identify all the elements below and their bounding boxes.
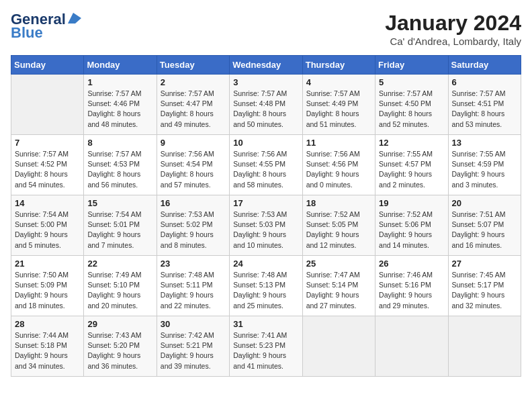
weekday-friday: Friday [375, 56, 448, 75]
calendar-cell: 8Sunrise: 7:57 AMSunset: 4:53 PMDaylight… [84, 135, 157, 195]
calendar-cell: 26Sunrise: 7:46 AMSunset: 5:16 PMDayligh… [375, 256, 448, 316]
day-number: 11 [306, 138, 371, 148]
day-number: 30 [161, 319, 226, 329]
calendar-week-4: 21Sunrise: 7:50 AMSunset: 5:09 PMDayligh… [11, 256, 521, 316]
calendar-table: SundayMondayTuesdayWednesdayThursdayFrid… [11, 55, 521, 377]
calendar-week-2: 7Sunrise: 7:57 AMSunset: 4:52 PMDaylight… [11, 135, 521, 195]
day-number: 27 [452, 259, 517, 269]
day-number: 9 [161, 138, 226, 148]
day-number: 20 [452, 198, 517, 208]
day-info: Sunrise: 7:53 AMSunset: 5:02 PMDaylight:… [161, 210, 226, 250]
calendar-cell: 22Sunrise: 7:49 AMSunset: 5:10 PMDayligh… [84, 256, 157, 316]
day-info: Sunrise: 7:48 AMSunset: 5:13 PMDaylight:… [233, 270, 298, 311]
calendar-cell: 21Sunrise: 7:50 AMSunset: 5:09 PMDayligh… [11, 256, 84, 316]
day-info: Sunrise: 7:56 AMSunset: 4:55 PMDaylight:… [233, 149, 298, 190]
day-info: Sunrise: 7:57 AMSunset: 4:50 PMDaylight:… [379, 89, 444, 130]
day-number: 12 [379, 138, 444, 148]
calendar-cell: 7Sunrise: 7:57 AMSunset: 4:52 PMDaylight… [11, 135, 84, 195]
calendar-week-3: 14Sunrise: 7:54 AMSunset: 5:00 PMDayligh… [11, 195, 521, 256]
calendar-cell: 9Sunrise: 7:56 AMSunset: 4:54 PMDaylight… [157, 135, 229, 195]
day-number: 19 [379, 198, 444, 208]
day-info: Sunrise: 7:54 AMSunset: 5:01 PMDaylight:… [87, 210, 152, 250]
day-number: 16 [161, 198, 226, 208]
day-number: 17 [233, 198, 298, 208]
calendar-cell [11, 75, 84, 135]
day-info: Sunrise: 7:54 AMSunset: 5:00 PMDaylight:… [15, 210, 80, 250]
day-number: 5 [379, 77, 444, 87]
calendar-body: 1Sunrise: 7:57 AMSunset: 4:46 PMDaylight… [11, 75, 521, 377]
day-info: Sunrise: 7:42 AMSunset: 5:21 PMDaylight:… [161, 330, 226, 371]
day-info: Sunrise: 7:57 AMSunset: 4:53 PMDaylight:… [87, 149, 152, 190]
day-info: Sunrise: 7:48 AMSunset: 5:11 PMDaylight:… [161, 270, 226, 311]
calendar-cell: 13Sunrise: 7:55 AMSunset: 4:59 PMDayligh… [448, 135, 521, 195]
day-info: Sunrise: 7:41 AMSunset: 5:23 PMDaylight:… [233, 330, 298, 371]
weekday-tuesday: Tuesday [157, 56, 229, 75]
day-number: 28 [15, 319, 80, 329]
day-info: Sunrise: 7:57 AMSunset: 4:47 PMDaylight:… [161, 89, 226, 130]
weekday-monday: Monday [84, 56, 157, 75]
day-info: Sunrise: 7:47 AMSunset: 5:14 PMDaylight:… [306, 270, 371, 311]
calendar-cell: 24Sunrise: 7:48 AMSunset: 5:13 PMDayligh… [230, 256, 302, 316]
calendar-cell: 14Sunrise: 7:54 AMSunset: 5:00 PMDayligh… [11, 195, 84, 256]
weekday-thursday: Thursday [302, 56, 375, 75]
day-number: 1 [87, 77, 152, 87]
day-info: Sunrise: 7:46 AMSunset: 5:16 PMDaylight:… [379, 270, 444, 311]
day-info: Sunrise: 7:51 AMSunset: 5:07 PMDaylight:… [452, 210, 517, 250]
day-number: 18 [306, 198, 371, 208]
location: Ca' d'Andrea, Lombardy, Italy [385, 36, 521, 47]
day-info: Sunrise: 7:57 AMSunset: 4:46 PMDaylight:… [87, 89, 152, 130]
day-number: 6 [452, 77, 517, 87]
calendar-cell: 16Sunrise: 7:53 AMSunset: 5:02 PMDayligh… [157, 195, 229, 256]
day-info: Sunrise: 7:52 AMSunset: 5:06 PMDaylight:… [379, 210, 444, 250]
calendar-cell: 6Sunrise: 7:57 AMSunset: 4:51 PMDaylight… [448, 75, 521, 135]
day-number: 15 [87, 198, 152, 208]
day-number: 10 [233, 138, 298, 148]
day-info: Sunrise: 7:57 AMSunset: 4:51 PMDaylight:… [452, 89, 517, 130]
calendar-cell: 1Sunrise: 7:57 AMSunset: 4:46 PMDaylight… [84, 75, 157, 135]
logo: General Blue [11, 11, 81, 42]
day-info: Sunrise: 7:57 AMSunset: 4:52 PMDaylight:… [15, 149, 80, 190]
day-info: Sunrise: 7:52 AMSunset: 5:05 PMDaylight:… [306, 210, 371, 250]
day-info: Sunrise: 7:57 AMSunset: 4:48 PMDaylight:… [233, 89, 298, 130]
calendar-cell: 17Sunrise: 7:53 AMSunset: 5:03 PMDayligh… [230, 195, 302, 256]
calendar-cell: 5Sunrise: 7:57 AMSunset: 4:50 PMDaylight… [375, 75, 448, 135]
day-info: Sunrise: 7:44 AMSunset: 5:18 PMDaylight:… [15, 330, 80, 371]
calendar-cell [302, 316, 375, 377]
calendar-cell: 19Sunrise: 7:52 AMSunset: 5:06 PMDayligh… [375, 195, 448, 256]
calendar-cell: 23Sunrise: 7:48 AMSunset: 5:11 PMDayligh… [157, 256, 229, 316]
day-number: 14 [15, 198, 80, 208]
calendar-cell: 15Sunrise: 7:54 AMSunset: 5:01 PMDayligh… [84, 195, 157, 256]
calendar-cell: 25Sunrise: 7:47 AMSunset: 5:14 PMDayligh… [302, 256, 375, 316]
calendar-cell: 30Sunrise: 7:42 AMSunset: 5:21 PMDayligh… [157, 316, 229, 377]
day-info: Sunrise: 7:57 AMSunset: 4:49 PMDaylight:… [306, 89, 371, 130]
svg-marker-0 [68, 13, 81, 24]
weekday-wednesday: Wednesday [230, 56, 302, 75]
day-number: 3 [233, 77, 298, 87]
logo-icon [66, 13, 81, 24]
weekday-sunday: Sunday [11, 56, 84, 75]
day-info: Sunrise: 7:43 AMSunset: 5:20 PMDaylight:… [87, 330, 152, 371]
day-number: 31 [233, 319, 298, 329]
title-block: January 2024 Ca' d'Andrea, Lombardy, Ita… [385, 11, 521, 47]
day-info: Sunrise: 7:53 AMSunset: 5:03 PMDaylight:… [233, 210, 298, 250]
day-number: 29 [87, 319, 152, 329]
day-number: 4 [306, 77, 371, 87]
calendar-cell: 27Sunrise: 7:45 AMSunset: 5:17 PMDayligh… [448, 256, 521, 316]
day-info: Sunrise: 7:49 AMSunset: 5:10 PMDaylight:… [87, 270, 152, 311]
calendar-cell: 4Sunrise: 7:57 AMSunset: 4:49 PMDaylight… [302, 75, 375, 135]
calendar-cell: 11Sunrise: 7:56 AMSunset: 4:56 PMDayligh… [302, 135, 375, 195]
logo-blue: Blue [11, 24, 43, 42]
calendar-cell: 2Sunrise: 7:57 AMSunset: 4:47 PMDaylight… [157, 75, 229, 135]
day-info: Sunrise: 7:56 AMSunset: 4:54 PMDaylight:… [161, 149, 226, 190]
weekday-header-row: SundayMondayTuesdayWednesdayThursdayFrid… [11, 56, 521, 75]
calendar-cell: 29Sunrise: 7:43 AMSunset: 5:20 PMDayligh… [84, 316, 157, 377]
page-header: General Blue January 2024 Ca' d'Andrea, … [11, 11, 521, 47]
calendar-week-1: 1Sunrise: 7:57 AMSunset: 4:46 PMDaylight… [11, 75, 521, 135]
day-info: Sunrise: 7:56 AMSunset: 4:56 PMDaylight:… [306, 149, 371, 190]
calendar-cell: 18Sunrise: 7:52 AMSunset: 5:05 PMDayligh… [302, 195, 375, 256]
day-number: 25 [306, 259, 371, 269]
day-number: 7 [15, 138, 80, 148]
day-number: 2 [161, 77, 226, 87]
calendar-cell: 10Sunrise: 7:56 AMSunset: 4:55 PMDayligh… [230, 135, 302, 195]
calendar-cell [375, 316, 448, 377]
